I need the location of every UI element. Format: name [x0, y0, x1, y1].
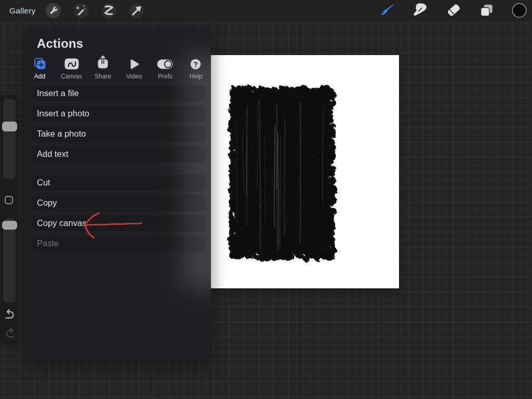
svg-text:?: ?	[193, 60, 198, 69]
